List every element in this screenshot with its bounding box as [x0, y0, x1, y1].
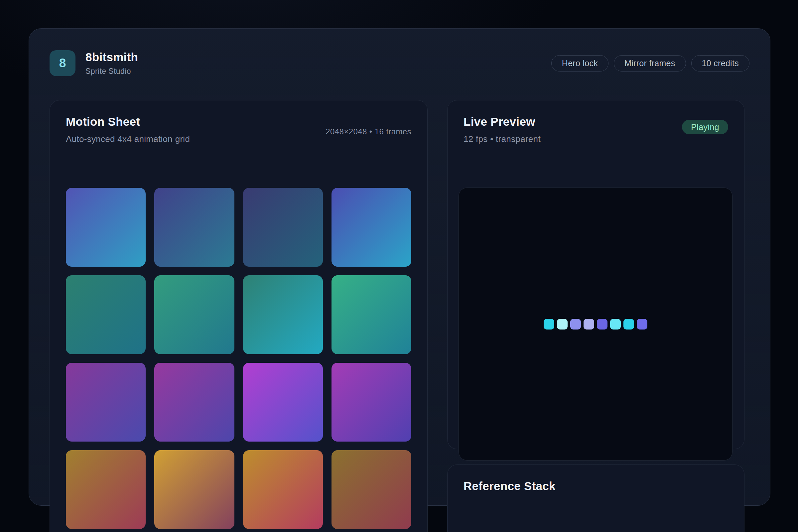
- brand-block: 8 8bitsmith Sprite Studio: [50, 50, 138, 76]
- motion-frame-tile-9[interactable]: [66, 363, 146, 441]
- mirror-frames-button[interactable]: Mirror frames: [614, 55, 686, 72]
- motion-sheet-card: Motion Sheet Auto-synced 4x4 animation g…: [50, 100, 428, 532]
- preview-pixel-8: [637, 319, 647, 329]
- preview-viewport: [458, 188, 733, 460]
- motion-frame-tile-12[interactable]: [331, 363, 411, 441]
- motion-frame-tile-8[interactable]: [331, 275, 411, 354]
- motion-frame-tile-11[interactable]: [243, 363, 323, 441]
- motion-frame-tile-15[interactable]: [243, 450, 323, 529]
- preview-pixel-2: [557, 319, 568, 329]
- playing-status-badge: Playing: [682, 120, 728, 134]
- motion-frame-tile-16[interactable]: [331, 450, 411, 529]
- motion-sheet-meta: 2048×2048 • 16 frames: [325, 127, 411, 136]
- app-header: 8 8bitsmith Sprite Studio Hero lock Mirr…: [50, 50, 749, 76]
- live-preview-card: Live Preview 12 fps • transparent Playin…: [447, 100, 744, 449]
- motion-frame-tile-13[interactable]: [66, 450, 146, 529]
- preview-pixel-6: [610, 319, 621, 329]
- live-preview-subtitle: 12 fps • transparent: [463, 134, 728, 144]
- preview-pixel-5: [597, 319, 607, 329]
- preview-pixel-4: [584, 319, 594, 329]
- app-title: 8bitsmith: [86, 51, 138, 64]
- motion-frame-tile-2[interactable]: [154, 188, 234, 267]
- motion-frame-tile-3[interactable]: [243, 188, 323, 267]
- preview-pixel-7: [624, 319, 634, 329]
- preview-pixel-3: [570, 319, 581, 329]
- motion-frame-tile-7[interactable]: [243, 275, 323, 354]
- header-actions: Hero lock Mirror frames 10 credits: [551, 55, 749, 72]
- reference-stack-card: Reference Stack: [447, 464, 744, 532]
- motion-frame-tile-10[interactable]: [154, 363, 234, 441]
- app-subtitle: Sprite Studio: [86, 67, 138, 76]
- motion-frame-tile-5[interactable]: [66, 275, 146, 354]
- reference-stack-title: Reference Stack: [463, 479, 728, 493]
- motion-frame-tile-14[interactable]: [154, 450, 234, 529]
- motion-frame-tile-6[interactable]: [154, 275, 234, 354]
- credits-button[interactable]: 10 credits: [691, 55, 749, 72]
- app-shell: 8 8bitsmith Sprite Studio Hero lock Mirr…: [28, 28, 771, 506]
- motion-frame-tile-1[interactable]: [66, 188, 146, 267]
- app-logo-icon: 8: [50, 50, 75, 76]
- hero-lock-button[interactable]: Hero lock: [551, 55, 608, 72]
- preview-pixel-row: [544, 319, 647, 329]
- motion-sheet-title: Motion Sheet: [66, 115, 411, 128]
- motion-frame-grid: [66, 188, 411, 529]
- preview-pixel-1: [544, 319, 554, 329]
- motion-frame-tile-4[interactable]: [331, 188, 411, 267]
